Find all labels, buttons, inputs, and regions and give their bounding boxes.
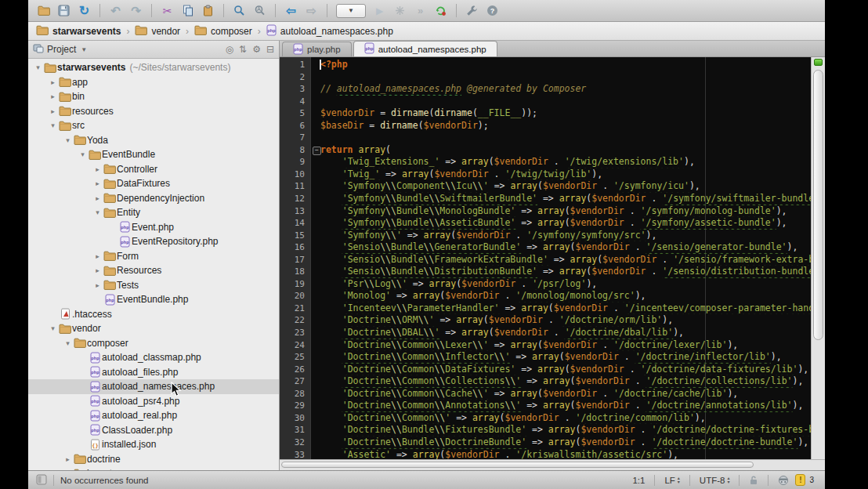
open-button[interactable] [34,2,52,20]
editor-tab[interactable]: phpautoload_namespaces.php [353,41,497,56]
fold-marker[interactable]: − [313,147,321,155]
inspector-icon[interactable] [775,475,792,486]
tree-row[interactable]: ▸DependencyInjection [28,191,279,206]
sync-button[interactable]: ↻ [75,2,93,20]
tree-arrow-expanded[interactable]: ▾ [92,208,103,216]
update-project-button[interactable] [432,2,450,20]
tree-row[interactable]: ▾composer [28,336,279,351]
encoding-selector[interactable]: UTF-8▴▾ [696,476,733,485]
tree-row[interactable]: ▸resources [28,104,279,119]
chevron-down-icon[interactable]: ▼ [81,46,87,53]
tree-row[interactable]: ▾src [28,118,279,133]
line-ending-selector[interactable]: LF▴▾ [661,476,682,485]
tree-row[interactable]: ▸Controller [28,162,279,177]
run-coverage-button[interactable] [391,2,409,20]
settings-wrench-icon [466,5,478,16]
redo-button[interactable]: ↷ [127,2,145,20]
settings-button[interactable] [463,2,481,20]
tree-arrow-collapsed[interactable]: ▸ [92,266,103,274]
inspection-status-indicator[interactable] [814,59,823,66]
help-button[interactable]: ? [483,2,501,20]
find-usages-button[interactable] [251,2,269,20]
cut-button[interactable]: ✂ [158,2,176,20]
collapse-all-icon[interactable]: ⊟ [266,44,274,55]
tree-arrow-collapsed[interactable]: ▸ [92,281,103,289]
code-editor[interactable]: 1234567891011121314151617181920212223242… [280,57,825,460]
locate-icon[interactable]: ◎ [226,44,233,55]
tree-row[interactable]: ▾EventBundle [28,147,279,162]
folder-icon [58,324,72,334]
tree-row[interactable]: phpautoload_classmap.php [28,350,279,365]
copy-button[interactable] [179,2,197,20]
find-button[interactable] [230,2,248,20]
tree-row[interactable]: phpClassLoader.php [28,423,279,438]
line-number: 5 [280,107,305,120]
tree-row[interactable]: .htaccess [28,307,279,322]
tree-row[interactable]: phpEventBundle.php [28,292,279,307]
toggle-toolwindows-icon[interactable] [36,474,47,487]
vertical-scrollbar[interactable] [811,57,825,460]
tree-row[interactable]: {}installed.json [28,437,279,452]
tree-arrow-collapsed[interactable]: ▸ [48,92,58,100]
tree-arrow-expanded[interactable]: ▾ [33,63,43,71]
tree-row[interactable]: phpautoload_real.php [28,408,279,423]
code-line [320,96,812,108]
tree-arrow-expanded[interactable]: ▾ [63,339,73,347]
run-config-combo[interactable]: ▼ [336,4,366,18]
back-button[interactable]: ⇦ [282,2,300,20]
forward-button[interactable]: ⇨ [302,2,320,20]
tree-arrow-collapsed[interactable]: ▸ [48,78,58,86]
editor-tab[interactable]: phpplay.php [282,42,352,56]
tree-row[interactable]: ▸Form [28,249,279,264]
line-number: 27 [280,375,305,388]
tree-row[interactable]: phpautoload_files.php [28,365,279,380]
tree-row[interactable]: ▸doctrine [28,452,279,467]
tree-arrow-collapsed[interactable]: ▸ [63,455,73,463]
tree-row-selected[interactable]: phpautoload_namespaces.php [28,379,279,394]
undo-button[interactable]: ↶ [107,2,125,20]
vertical-scrollbar-thumb[interactable] [813,70,823,340]
json-file-icon: {} [88,439,102,451]
tree-row[interactable]: ▾Entity [28,205,279,220]
horizontal-scrollbar-thumb[interactable] [281,462,754,468]
php-file-icon: php [103,294,117,306]
tree-row[interactable]: ▸Tests [28,278,279,293]
tree-row[interactable]: ▸app [28,75,279,90]
tree-row[interactable]: phpautoload_psr4.php [28,394,279,409]
tree-row[interactable]: phpEventRepository.php [28,234,279,249]
tree-arrow-collapsed[interactable]: ▸ [48,107,58,115]
tree-arrow-expanded[interactable]: ▾ [48,121,58,129]
horizontal-scrollbar[interactable] [280,459,825,470]
tree-arrow-expanded[interactable]: ▾ [63,136,73,144]
tree-arrow-collapsed[interactable]: ▸ [92,179,103,187]
tree-arrow-expanded[interactable]: ▾ [48,324,58,332]
tree-arrow-collapsed[interactable]: ▸ [92,165,103,173]
breadcrumb-item[interactable]: composer [194,25,252,38]
breadcrumb-label: autoload_namespaces.php [280,26,393,37]
paste-button[interactable] [199,2,217,20]
line-number: 14 [280,217,305,230]
breadcrumb-item[interactable]: vendor [135,25,180,38]
breadcrumb-item[interactable]: phpautoload_namespaces.php [266,24,393,38]
save-button[interactable] [55,2,73,20]
tree-row[interactable]: ▸Resources [28,263,279,278]
lock-icon[interactable] [746,475,761,485]
tree-arrow-collapsed[interactable]: ▸ [92,252,103,260]
tree-arrow-collapsed[interactable]: ▸ [92,194,103,202]
gear-icon[interactable]: ⚙ [252,44,261,55]
breadcrumb-item[interactable]: starwarsevents [36,25,121,38]
tree-row[interactable]: ▾vendor [28,321,279,336]
svg-text:php: php [121,225,129,230]
run-button[interactable]: ▶ [371,2,389,20]
tree-row[interactable]: ▾starwarsevents(~/Sites/starwarsevents) [28,60,279,75]
scroll-from-source-icon[interactable]: ⇅ [239,44,247,55]
tree-row[interactable]: phpEvent.php [28,220,279,235]
tree-arrow-expanded[interactable]: ▾ [78,150,88,158]
caret-position[interactable]: 1:1 [629,476,648,485]
tree-row[interactable]: ▸DataFixtures [28,176,279,191]
warning-indicator[interactable]: !3 [792,474,817,486]
tree-row[interactable]: ▸bin [28,89,279,104]
tree-row[interactable]: ▾Yoda [28,133,279,148]
project-panel-title[interactable]: Project [47,44,76,55]
skip-button[interactable]: » [411,2,429,20]
